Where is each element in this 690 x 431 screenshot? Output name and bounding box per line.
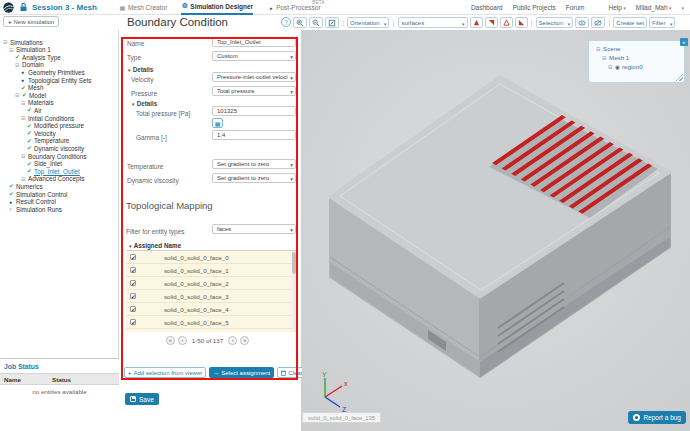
add-selection-button[interactable]: Add selection from viewer [124, 367, 206, 378]
assigned-checkbox[interactable] [130, 306, 136, 312]
assigned-column-header[interactable]: Assigned [126, 242, 164, 249]
tree-expander-icon[interactable] [21, 177, 28, 183]
assigned-checkbox[interactable] [130, 293, 136, 299]
dynamic-viscosity-select[interactable]: Set gradient to zero [212, 173, 296, 183]
scene-tree-item[interactable]: Scene [593, 44, 680, 53]
formula-table-icon[interactable]: ▦ [212, 118, 223, 128]
hide-icon[interactable] [591, 17, 605, 28]
nav-link[interactable]: Dashboard [471, 4, 503, 11]
temperature-select[interactable]: Set gradient to zero [212, 159, 296, 169]
tree-item[interactable]: Mesh [0, 85, 118, 93]
visibility-eye-icon[interactable] [615, 64, 622, 70]
pagination-next-button[interactable] [228, 336, 237, 345]
tree-expander-icon[interactable] [3, 40, 10, 46]
tree-item[interactable]: Geometry Primitives [0, 69, 118, 77]
tree-item[interactable]: Numerics [0, 183, 118, 191]
assigned-checkbox[interactable] [130, 267, 136, 273]
bug-icon [633, 414, 640, 421]
tree-expander-icon[interactable] [21, 101, 28, 107]
tree-item[interactable]: Topological Entity Sets [0, 77, 118, 85]
job-status-title[interactable]: Job Status [0, 359, 119, 373]
assignment-row[interactable]: solid_0_solid_0_face_1 [126, 264, 296, 277]
pressure-details-header[interactable]: Details [131, 100, 157, 107]
save-button[interactable]: Save [125, 393, 159, 405]
help-menu[interactable]: Help [609, 4, 626, 11]
pick-edge-icon[interactable] [500, 17, 513, 28]
tree-expander-icon[interactable] [9, 48, 16, 54]
scene-expander-icon[interactable] [596, 46, 603, 52]
app-logo-icon[interactable] [3, 2, 14, 13]
table-scrollbar[interactable] [292, 251, 296, 332]
tree-item[interactable]: Air [0, 107, 118, 115]
velocity-select[interactable]: Pressure-inlet-outlet veloci [212, 72, 296, 82]
scene-expander-icon[interactable] [608, 64, 615, 70]
help-icon[interactable]: ? [281, 17, 291, 27]
gamma-input[interactable] [212, 130, 296, 140]
tree-item[interactable]: Simulation Runs [0, 206, 118, 214]
filter-dropdown[interactable]: Filter [649, 17, 675, 28]
pressure-select[interactable]: Total pressure [212, 86, 296, 96]
tree-item[interactable]: Analysis Type [0, 54, 118, 62]
assignment-row[interactable]: solid_0_solid_0_face_6 [126, 329, 296, 332]
orientation-dropdown[interactable]: Orientation [347, 17, 389, 28]
report-bug-button[interactable]: Report a bug [628, 411, 686, 424]
pick-vertex-icon[interactable] [515, 17, 528, 28]
user-menu[interactable]: Milad_Mah [636, 4, 672, 11]
viewer-3d[interactable]: Scene Mesh 1 region0 « Y x [302, 30, 690, 431]
tree-item[interactable]: Result Control [0, 198, 118, 206]
tree-item-label: Simulation 1 [16, 47, 51, 53]
new-simulation-button[interactable]: New simulation [3, 16, 59, 27]
sidebar: Simulations Simulation 1 Analysis Type [0, 30, 119, 431]
zoom-in-icon[interactable] [293, 17, 307, 28]
entity-filter-select[interactable]: faces [212, 224, 296, 234]
render-mode-select[interactable]: surfaces [398, 17, 468, 28]
nav-link[interactable]: Public Projects [513, 4, 556, 11]
select-assignment-button[interactable]: Select assignment [209, 367, 274, 378]
assignment-row[interactable]: solid_0_solid_0_face_0 [126, 251, 296, 264]
extra-menu-caret[interactable] [681, 4, 684, 11]
scene-expander-icon[interactable] [602, 55, 609, 61]
tree-item[interactable]: Side_Inlet [0, 161, 118, 169]
selection-dropdown[interactable]: Selection [536, 17, 574, 28]
scrollbar-thumb[interactable] [292, 252, 296, 274]
entity-filter-label: Filter for entity types [126, 228, 185, 235]
pagination-last-button[interactable] [240, 336, 249, 345]
scene-tree-item[interactable]: region0 [593, 62, 680, 71]
assignment-row[interactable]: solid_0_solid_0_face_2 [126, 277, 296, 290]
create-set-button[interactable]: Create set [613, 17, 647, 28]
tree-expander-icon[interactable] [21, 154, 28, 160]
workbench-tab[interactable]: Simulation Designer [181, 0, 253, 15]
pick-volume-icon[interactable] [470, 17, 483, 28]
tree-item[interactable]: Model [0, 92, 118, 100]
workbench-tab[interactable]: Post-Processor BETA [267, 0, 320, 15]
total-pressure-label: Total pressure [Pa] [136, 110, 190, 117]
zoom-out-icon[interactable] [309, 17, 323, 28]
type-select[interactable]: Custom [212, 51, 296, 61]
cad-model[interactable] [302, 30, 690, 431]
tree-expander-icon[interactable] [15, 63, 22, 69]
tree-item[interactable]: Modified pressure [0, 123, 118, 131]
assignment-row[interactable]: solid_0_solid_0_face_4 [126, 303, 296, 316]
tree-expander-icon[interactable] [21, 116, 28, 122]
pick-face-icon[interactable] [485, 17, 498, 28]
assignment-row[interactable]: solid_0_solid_0_face_3 [126, 290, 296, 303]
assigned-checkbox[interactable] [130, 319, 136, 325]
details-section-header[interactable]: Details [127, 66, 153, 73]
show-icon[interactable] [575, 17, 589, 28]
tree-item[interactable]: Materials [0, 100, 118, 108]
assignment-row[interactable]: solid_0_solid_0_face_5 [126, 316, 296, 329]
assigned-checkbox[interactable] [130, 254, 136, 260]
name-input[interactable] [212, 37, 296, 47]
pagination-first-button[interactable] [166, 336, 175, 345]
panel-collapse-icon[interactable]: « [680, 38, 688, 46]
scene-tree-item[interactable]: Mesh 1 [593, 53, 680, 62]
tree-item[interactable]: Dynamic viscosity [0, 145, 118, 153]
tree-status-icon [9, 184, 16, 190]
tree-expander-icon[interactable] [15, 93, 22, 99]
nav-link[interactable]: Forum [566, 4, 585, 11]
assigned-checkbox[interactable] [130, 280, 136, 286]
workbench-tab[interactable]: Mesh Creator [119, 0, 167, 15]
fit-view-icon[interactable] [325, 17, 339, 28]
pagination-prev-button[interactable] [178, 336, 187, 345]
total-pressure-input[interactable] [212, 106, 296, 116]
